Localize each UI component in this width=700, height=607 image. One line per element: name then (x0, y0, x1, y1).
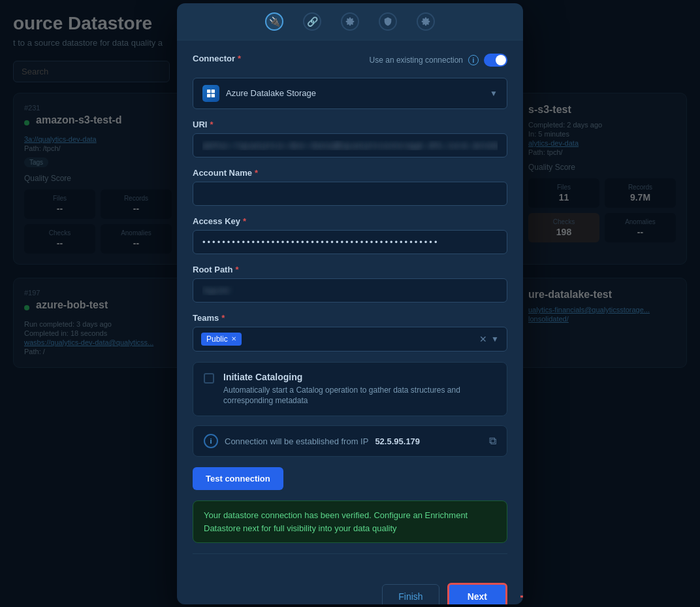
uri-group: URI * (193, 120, 507, 157)
copy-icon[interactable]: ⧉ (489, 435, 496, 447)
info-circle-icon: i (204, 434, 218, 448)
existing-connection-toggle[interactable] (484, 54, 507, 67)
required-star: * (238, 54, 241, 63)
connector-icon (202, 85, 219, 102)
step-icon-connector: 🔌 (265, 12, 283, 31)
account-name-label: Account Name * (193, 168, 507, 178)
teams-group: Teams * Public ✕ ✕ ▼ (193, 313, 507, 352)
connector-value: Azure Datalake Storage (226, 88, 316, 98)
teams-select[interactable]: Public ✕ ✕ ▼ (193, 327, 507, 352)
step-settings (341, 12, 359, 31)
initiate-cataloging-checkbox[interactable] (204, 373, 214, 384)
access-key-label: Access Key * (193, 216, 507, 226)
connector-select[interactable]: Azure Datalake Storage ▼ (193, 78, 507, 109)
finish-button[interactable]: Finish (382, 584, 439, 604)
modal-divider (193, 553, 507, 554)
ip-info-row: i Connection will be established from IP… (193, 425, 507, 457)
success-message: Your datastore connection has been verif… (193, 500, 507, 543)
step-icon-connection: 🔗 (303, 12, 321, 31)
uri-input[interactable] (193, 133, 507, 157)
catalog-title: Initiate Cataloging (223, 372, 496, 382)
initiate-cataloging-row: Initiate Cataloging Automatically start … (193, 362, 507, 417)
info-icon: i (468, 55, 479, 65)
modal-dialog: 🔌 🔗 (177, 3, 523, 604)
teams-required-star: * (221, 313, 225, 323)
step-connection: 🔗 (303, 12, 321, 31)
step-icon-settings (341, 12, 359, 31)
modal-overlay: 🔌 🔗 (0, 0, 700, 607)
steps-bar: 🔌 🔗 (177, 3, 523, 41)
access-key-required-star: * (243, 216, 246, 226)
next-button[interactable]: Next (447, 583, 507, 604)
access-key-group: Access Key * (193, 216, 507, 254)
teams-inner: Public ✕ (201, 333, 242, 346)
step-connector: 🔌 (265, 12, 283, 31)
svg-rect-3 (207, 93, 210, 97)
teams-chevron-icon[interactable]: ▼ (491, 335, 499, 344)
account-name-input[interactable] (193, 182, 507, 206)
teams-actions: ✕ ▼ (479, 334, 499, 344)
connector-row: Connector * Use an existing connection i (193, 54, 507, 67)
connector-select-inner: Azure Datalake Storage (202, 85, 316, 102)
team-badge-public: Public ✕ (201, 333, 242, 346)
root-path-input[interactable] (193, 278, 507, 303)
use-existing-label: Use an existing connection (370, 56, 463, 65)
uri-required-star: * (210, 120, 213, 129)
test-connection-button[interactable]: Test connection (193, 467, 283, 490)
svg-rect-4 (212, 93, 215, 97)
step-icon-advanced (417, 12, 435, 31)
teams-clear-icon[interactable]: ✕ (479, 334, 487, 344)
chevron-down-icon: ▼ (490, 89, 498, 98)
access-key-input[interactable] (193, 230, 507, 254)
svg-rect-2 (212, 90, 215, 93)
ip-info-text: Connection will be established from IP (225, 436, 368, 446)
catalog-desc: Automatically start a Catalog operation … (223, 385, 496, 407)
step-icon-security (379, 12, 397, 31)
uri-label: URI * (193, 120, 507, 129)
step-advanced (417, 12, 435, 31)
root-path-label: Root Path * (193, 265, 507, 274)
connector-label: Connector * (193, 54, 241, 63)
root-path-group: Root Path * (193, 265, 507, 303)
next-button-container: Next (447, 583, 507, 604)
ip-address-value: 52.5.95.179 (375, 436, 420, 446)
step-security (379, 12, 397, 31)
arrow-indicator (520, 596, 523, 598)
team-badge-remove[interactable]: ✕ (231, 335, 236, 342)
toggle-knob (496, 55, 506, 65)
use-existing-control: Use an existing connection i (370, 54, 507, 67)
svg-rect-1 (207, 90, 210, 93)
account-name-group: Account Name * (193, 168, 507, 206)
teams-label: Teams * (193, 313, 507, 323)
arrow-line (520, 596, 523, 598)
modal-footer: Finish Next (177, 575, 523, 604)
ip-info-left: i Connection will be established from IP… (204, 434, 420, 448)
root-path-required-star: * (235, 265, 238, 274)
modal-body: Connector * Use an existing connection i (177, 41, 523, 576)
account-required-star: * (255, 168, 258, 178)
catalog-text: Initiate Cataloging Automatically start … (223, 372, 496, 407)
